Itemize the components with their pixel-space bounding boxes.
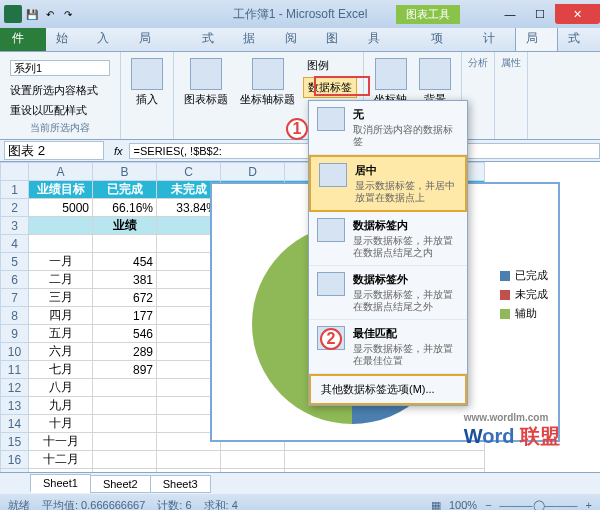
table-row[interactable]: 16十二月 bbox=[1, 451, 485, 469]
zoom-out-button[interactable]: − bbox=[485, 499, 491, 510]
watermark: www.wordlm.com Word 联盟 bbox=[464, 412, 560, 450]
insert-button[interactable]: 插入 bbox=[127, 56, 167, 109]
label-none-icon bbox=[317, 107, 345, 131]
quick-access-toolbar: 💾 ↶ ↷ bbox=[0, 5, 76, 23]
axis-icon bbox=[375, 58, 407, 90]
ribbon-group-props: 属性 bbox=[495, 52, 528, 139]
titlebar: 💾 ↶ ↷ 工作簿1 - Microsoft Excel 图表工具 — ☐ ✕ bbox=[0, 0, 600, 28]
window-title: 工作簿1 - Microsoft Excel bbox=[233, 6, 368, 23]
legend-item[interactable]: 未完成 bbox=[500, 287, 548, 302]
chart-tools-label: 图表工具 bbox=[396, 5, 460, 24]
highlight-box-1 bbox=[314, 76, 370, 96]
excel-icon bbox=[4, 5, 22, 23]
ribbon-tabs: 文件 开始 插入 页面布局 公式 数据 审阅 视图 开发工具 加载项 设计 布局… bbox=[0, 28, 600, 52]
minimize-button[interactable]: — bbox=[495, 4, 525, 24]
chart-element-selector[interactable] bbox=[10, 60, 110, 76]
chart-title-button[interactable]: 图表标题 bbox=[180, 56, 232, 135]
dropdown-item-inside[interactable]: 数据标签内显示数据标签，并放置在数据点结尾之内 bbox=[309, 212, 467, 266]
zoom-in-button[interactable]: + bbox=[586, 499, 592, 510]
redo-icon[interactable]: ↷ bbox=[60, 6, 76, 22]
status-ready: 就绪 bbox=[8, 498, 30, 511]
col-header[interactable]: C bbox=[157, 163, 221, 181]
axis-title-icon bbox=[252, 58, 284, 90]
dropdown-item-center[interactable]: 居中显示数据标签，并居中放置在数据点上 bbox=[309, 155, 467, 212]
dropdown-more-options[interactable]: 其他数据标签选项(M)... bbox=[309, 374, 467, 405]
zoom-level[interactable]: 100% bbox=[449, 499, 477, 510]
sheet-tab[interactable]: Sheet1 bbox=[30, 474, 91, 493]
save-icon[interactable]: 💾 bbox=[24, 6, 40, 22]
label-outside-icon bbox=[317, 272, 345, 296]
status-sum: 求和: 4 bbox=[204, 498, 238, 511]
annotation-1: 1 bbox=[286, 118, 308, 140]
close-button[interactable]: ✕ bbox=[555, 4, 600, 24]
sheet-tab[interactable]: Sheet2 bbox=[90, 475, 151, 493]
chart-legend[interactable]: 已完成 未完成 辅助 bbox=[500, 264, 548, 325]
gridline-icon bbox=[419, 58, 451, 90]
zoom-slider[interactable]: ———◯——— bbox=[500, 499, 578, 511]
table-row[interactable]: 17 bbox=[1, 469, 485, 473]
picture-icon bbox=[131, 58, 163, 90]
chart-title-icon bbox=[190, 58, 222, 90]
reset-style-button[interactable]: 重设以匹配样式 bbox=[6, 101, 114, 120]
format-selection-button[interactable]: 设置所选内容格式 bbox=[6, 81, 114, 100]
view-normal-icon[interactable]: ▦ bbox=[431, 499, 441, 511]
dropdown-item-outside[interactable]: 数据标签外显示数据标签，并放置在数据点结尾之外 bbox=[309, 266, 467, 320]
col-header[interactable]: D bbox=[221, 163, 285, 181]
select-all-corner[interactable] bbox=[1, 163, 29, 181]
formula-bar: fx =SERIES(, !$B$2: bbox=[0, 140, 600, 162]
sheet-tab[interactable]: Sheet3 bbox=[150, 475, 211, 493]
ribbon-group-selection: 设置所选内容格式 重设以匹配样式 当前所选内容 bbox=[0, 52, 121, 139]
col-header[interactable]: B bbox=[93, 163, 157, 181]
legend-button[interactable]: 图例 bbox=[303, 56, 357, 75]
dropdown-item-none[interactable]: 无取消所选内容的数据标签 bbox=[309, 101, 467, 155]
col-header[interactable]: A bbox=[29, 163, 93, 181]
group-label-selection: 当前所选内容 bbox=[6, 121, 114, 135]
status-bar: 就绪 平均值: 0.666666667 计数: 6 求和: 4 ▦ 100% −… bbox=[0, 494, 600, 510]
window-buttons: — ☐ ✕ bbox=[495, 4, 600, 24]
maximize-button[interactable]: ☐ bbox=[525, 4, 555, 24]
legend-item[interactable]: 辅助 bbox=[500, 306, 548, 321]
ribbon-group-insert: 插入 bbox=[121, 52, 174, 139]
worksheet-area: A B C D H 1业绩目标已完成未完成辅助 2500066.16%33.84… bbox=[0, 162, 600, 472]
undo-icon[interactable]: ↶ bbox=[42, 6, 58, 22]
label-center-icon bbox=[319, 163, 347, 187]
sheet-tabs: Sheet1 Sheet2 Sheet3 bbox=[0, 472, 600, 494]
legend-item[interactable]: 已完成 bbox=[500, 268, 548, 283]
label-inside-icon bbox=[317, 218, 345, 242]
annotation-2: 2 bbox=[320, 328, 342, 350]
fx-icon[interactable]: fx bbox=[108, 145, 129, 157]
data-label-dropdown: 无取消所选内容的数据标签 居中显示数据标签，并居中放置在数据点上 数据标签内显示… bbox=[308, 100, 468, 406]
status-count: 计数: 6 bbox=[157, 498, 191, 511]
status-avg: 平均值: 0.666666667 bbox=[42, 498, 145, 511]
name-box[interactable] bbox=[4, 141, 104, 160]
